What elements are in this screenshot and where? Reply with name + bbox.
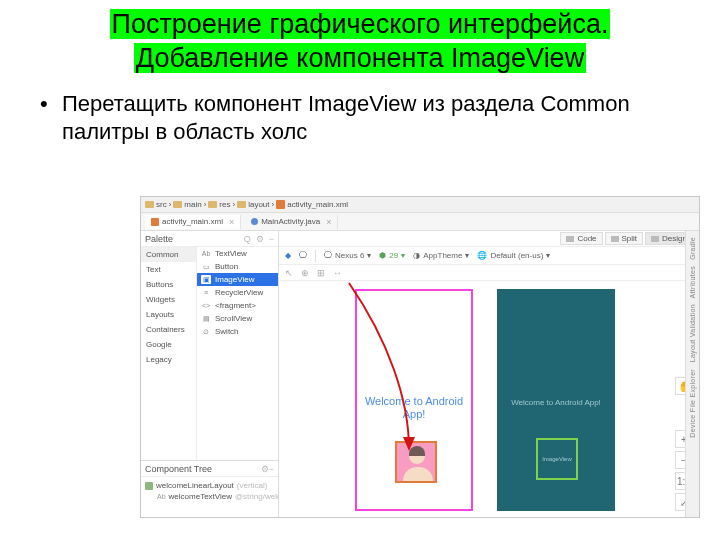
device-selector[interactable]: 🖵 Nexus 6 ▾ xyxy=(324,251,371,260)
code-icon xyxy=(566,236,574,242)
design-surface[interactable]: Welcome to Android App! Welcome to Andro… xyxy=(279,281,699,517)
recyclerview-icon: ≡ xyxy=(201,288,211,297)
welcome-text-blueprint: Welcome to Android App! xyxy=(498,398,614,407)
right-sidebar-tabs: Gradle Attributes Layout Validation Devi… xyxy=(685,231,699,517)
breadcrumb-item[interactable]: layout xyxy=(237,200,269,209)
palette-item-switch[interactable]: ⊙Switch xyxy=(197,325,278,338)
tree-row-textview[interactable]: Ab welcomeTextView @string/welc… xyxy=(145,491,274,502)
layout-validation-tab[interactable]: Layout Validation xyxy=(689,304,696,362)
blueprint-preview[interactable]: Welcome to Android App! ImageView xyxy=(497,289,615,511)
fragment-icon: <> xyxy=(201,301,211,310)
collapse-icon[interactable]: − xyxy=(269,234,274,244)
pan-icon[interactable]: ⊕ xyxy=(301,268,309,278)
palette-cat-buttons[interactable]: Buttons xyxy=(141,277,196,292)
palette-header: Palette Q⚙− xyxy=(141,231,278,247)
palette-cat-common[interactable]: Common xyxy=(141,247,196,262)
slide-title: Построение графического интерфейса. Доба… xyxy=(20,8,700,76)
palette-cat-layouts[interactable]: Layouts xyxy=(141,307,196,322)
imageview-icon: ▣ xyxy=(201,275,211,284)
bullet-text: Перетащить компонент ImageView из раздел… xyxy=(20,90,700,147)
java-icon xyxy=(251,218,258,225)
gradle-tab[interactable]: Gradle xyxy=(689,237,696,260)
palette-cat-legacy[interactable]: Legacy xyxy=(141,352,196,367)
palette-cat-text[interactable]: Text xyxy=(141,262,196,277)
mode-split-button[interactable]: Split xyxy=(605,232,644,245)
tab-activity-main[interactable]: activity_main.xml× xyxy=(145,215,241,229)
palette-item-scrollview[interactable]: ▤ScrollView xyxy=(197,312,278,325)
palette-cat-google[interactable]: Google xyxy=(141,337,196,352)
theme-selector[interactable]: ◑ AppTheme ▾ xyxy=(413,251,469,260)
palette-item-fragment[interactable]: <><fragment> xyxy=(197,299,278,312)
breadcrumb-item[interactable]: src xyxy=(145,200,167,209)
device-file-explorer-tab[interactable]: Device File Explorer xyxy=(689,369,696,438)
breadcrumb-item[interactable]: main xyxy=(173,200,201,209)
textview-icon: Ab xyxy=(201,249,211,258)
editor-tabs: activity_main.xml× MainActivity.java× xyxy=(141,213,699,231)
palette-item-textview[interactable]: AbTextView xyxy=(197,247,278,260)
select-icon[interactable]: ↖ xyxy=(285,268,293,278)
gear-icon[interactable]: ⚙ xyxy=(261,464,269,474)
palette-item-button[interactable]: ▭Button xyxy=(197,260,278,273)
avatar-image[interactable] xyxy=(395,441,437,483)
gear-icon[interactable]: ⚙ xyxy=(256,234,264,244)
guideline-icon[interactable]: ⊞ xyxy=(317,268,325,278)
palette-cat-containers[interactable]: Containers xyxy=(141,322,196,337)
baseline-icon[interactable]: ↔ xyxy=(333,268,342,278)
breadcrumb: src› main› res› layout› activity_main.xm… xyxy=(141,197,699,213)
folder-icon xyxy=(145,201,154,208)
scrollview-icon: ▤ xyxy=(201,314,211,323)
switch-icon: ⊙ xyxy=(201,327,211,336)
design-preview[interactable]: Welcome to Android App! xyxy=(355,289,473,511)
search-icon[interactable]: Q xyxy=(244,234,251,244)
design-toolbar: ◆ 🖵 🖵 Nexus 6 ▾ ⬢ 29 ▾ ◑ AppTheme ▾ 🌐 De… xyxy=(279,247,699,265)
design-icon xyxy=(651,236,659,242)
palette-item-imageview[interactable]: ▣ImageView xyxy=(197,273,278,286)
folder-icon xyxy=(173,201,182,208)
button-icon: ▭ xyxy=(201,262,211,271)
close-icon[interactable]: × xyxy=(229,217,234,227)
folder-icon xyxy=(208,201,217,208)
surface-toolbar: ↖ ⊕ ⊞ ↔ xyxy=(279,265,699,281)
breadcrumb-item[interactable]: res xyxy=(208,200,230,209)
welcome-text: Welcome to Android App! xyxy=(357,395,471,421)
palette-cat-widgets[interactable]: Widgets xyxy=(141,292,196,307)
xml-icon xyxy=(276,200,285,209)
palette-items: AbTextView ▭Button ▣ImageView ≡RecyclerV… xyxy=(197,247,278,460)
collapse-icon[interactable]: − xyxy=(269,464,274,474)
xml-icon xyxy=(151,218,159,226)
api-selector[interactable]: ⬢ 29 ▾ xyxy=(379,251,405,260)
split-icon xyxy=(611,236,619,242)
close-icon[interactable]: × xyxy=(326,217,331,227)
breadcrumb-item[interactable]: activity_main.xml xyxy=(276,200,348,209)
palette-categories: Common Text Buttons Widgets Layouts Cont… xyxy=(141,247,197,460)
imageview-placeholder[interactable]: ImageView xyxy=(536,438,578,480)
layout-icon xyxy=(145,482,153,490)
textview-icon: Ab xyxy=(157,493,166,500)
tree-row-linearlayout[interactable]: welcomeLinearLayout (vertical) xyxy=(145,480,274,491)
orientation-icon[interactable]: 🖵 xyxy=(299,251,307,260)
component-tree-header: Component Tree ⚙− xyxy=(141,461,278,477)
mode-code-button[interactable]: Code xyxy=(560,232,602,245)
surface-icon[interactable]: ◆ xyxy=(285,251,291,260)
folder-icon xyxy=(237,201,246,208)
locale-selector[interactable]: 🌐 Default (en-us) ▾ xyxy=(477,251,550,260)
ide-window: src› main› res› layout› activity_main.xm… xyxy=(140,196,700,518)
palette-item-recyclerview[interactable]: ≡RecyclerView xyxy=(197,286,278,299)
tab-mainactivity[interactable]: MainActivity.java× xyxy=(245,215,338,229)
attributes-tab[interactable]: Attributes xyxy=(689,266,696,299)
